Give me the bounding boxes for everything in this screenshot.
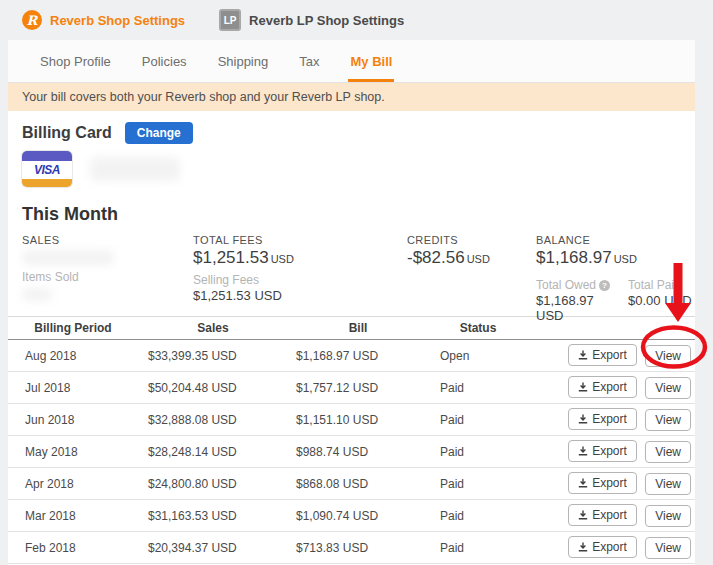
change-card-button[interactable]: Change <box>125 122 193 144</box>
cell-bill: $1,090.74 USD <box>288 500 428 532</box>
cell-bill: $1,151.10 USD <box>288 404 428 436</box>
view-button[interactable]: View <box>645 345 691 367</box>
export-button[interactable]: Export <box>568 440 637 462</box>
cell-sales: $28,248.14 USD <box>138 436 288 468</box>
view-button[interactable]: View <box>645 537 691 559</box>
download-icon <box>578 478 588 488</box>
view-button[interactable]: View <box>645 505 691 527</box>
settings-card: Shop Profile Policies Shipping Tax My Bi… <box>8 40 695 565</box>
total-fees-value: $1,251.53USD <box>193 248 294 268</box>
export-button[interactable]: Export <box>568 344 637 366</box>
export-button[interactable]: Export <box>568 376 637 398</box>
sales-label: SALES <box>22 234 114 246</box>
redacted-card-number <box>90 157 180 181</box>
download-icon <box>578 542 588 552</box>
view-button[interactable]: View <box>645 409 691 431</box>
cell-sales: $32,888.08 USD <box>138 404 288 436</box>
tab-policies[interactable]: Policies <box>140 40 189 82</box>
table-row: Aug 2018 $33,399.35 USD $1,168.97 USD Op… <box>8 340 695 372</box>
export-button[interactable]: Export <box>568 536 637 558</box>
view-button[interactable]: View <box>645 473 691 495</box>
bill-notice-text: Your bill covers both your Reverb shop a… <box>22 90 385 104</box>
export-button[interactable]: Export <box>568 408 637 430</box>
cell-billing-period: Aug 2018 <box>8 340 138 372</box>
cell-bill: $1,757.12 USD <box>288 372 428 404</box>
cell-billing-period: May 2018 <box>8 436 138 468</box>
visa-card-icon: VISA <box>22 151 72 187</box>
total-owed-label: Total Owed <box>536 278 596 292</box>
usd-suffix: USD <box>271 253 294 265</box>
total-paid-block: Total Paid $0.00 USD <box>628 273 706 323</box>
credits-metric: CREDITS -$82.56USD <box>407 234 490 268</box>
cell-actions: Export View <box>528 436 695 468</box>
table-row: Feb 2018 $20,394.37 USD $713.83 USD Paid… <box>8 532 695 564</box>
this-month-title: This Month <box>22 204 681 225</box>
download-icon <box>578 510 588 520</box>
lp-badge-icon: LP <box>219 9 241 31</box>
cell-billing-period: Mar 2018 <box>8 500 138 532</box>
tab-shipping[interactable]: Shipping <box>216 40 271 82</box>
balance-metric: BALANCE $1,168.97USD Total Owed? $1,168.… <box>536 234 706 323</box>
tab-my-bill[interactable]: My Bill <box>348 40 394 82</box>
cell-sales: $50,204.48 USD <box>138 372 288 404</box>
cell-actions: Export View <box>528 404 695 436</box>
cell-status: Paid <box>428 436 528 468</box>
cell-status: Paid <box>428 532 528 564</box>
reverb-shop-settings-link[interactable]: Reverb Shop Settings <box>50 13 185 28</box>
visa-card-top-band <box>22 151 72 161</box>
cell-status: Paid <box>428 372 528 404</box>
table-row: May 2018 $28,248.14 USD $988.74 USD Paid… <box>8 436 695 468</box>
balance-label: BALANCE <box>536 234 706 246</box>
usd-suffix: USD <box>614 253 637 265</box>
col-header-sales: Sales <box>138 317 288 340</box>
table-row: Mar 2018 $31,163.53 USD $1,090.74 USD Pa… <box>8 500 695 532</box>
redacted-sales-value <box>22 250 114 265</box>
balance-value: $1,168.97USD <box>536 248 706 268</box>
reverb-lp-shop-settings-link[interactable]: Reverb LP Shop Settings <box>249 13 404 28</box>
cell-bill: $868.08 USD <box>288 468 428 500</box>
credits-label: CREDITS <box>407 234 490 246</box>
download-icon <box>578 382 588 392</box>
cell-bill: $713.83 USD <box>288 532 428 564</box>
table-row: Jun 2018 $32,888.08 USD $1,151.10 USD Pa… <box>8 404 695 436</box>
month-metrics: SALES Items Sold TOTAL FEES $1,251.53USD… <box>22 234 681 306</box>
cell-actions: Export View <box>528 468 695 500</box>
download-icon <box>578 350 588 360</box>
cell-sales: $33,399.35 USD <box>138 340 288 372</box>
cell-actions: Export View <box>528 340 695 372</box>
view-button[interactable]: View <box>645 441 691 463</box>
col-header-bill: Bill <box>288 317 428 340</box>
billing-card-title: Billing Card <box>22 124 112 142</box>
help-icon[interactable]: ? <box>599 280 610 291</box>
top-header: R Reverb Shop Settings LP Reverb LP Shop… <box>0 0 713 40</box>
col-header-status: Status <box>428 317 528 340</box>
export-button[interactable]: Export <box>568 504 637 526</box>
credits-value: -$82.56USD <box>407 248 490 268</box>
tab-shop-profile[interactable]: Shop Profile <box>38 40 113 82</box>
cell-status: Paid <box>428 500 528 532</box>
view-button[interactable]: View <box>645 377 691 399</box>
total-fees-label: TOTAL FEES <box>193 234 294 246</box>
redacted-items-sold-value <box>22 288 52 301</box>
total-paid-label: Total Paid <box>628 278 706 292</box>
billing-card-section: Billing Card Change VISA <box>8 122 695 187</box>
cell-status: Open <box>428 340 528 372</box>
selling-fees-value: $1,251.53 USD <box>193 288 294 303</box>
cell-billing-period: Feb 2018 <box>8 532 138 564</box>
total-fees-metric: TOTAL FEES $1,251.53USD Selling Fees $1,… <box>193 234 294 303</box>
export-button[interactable]: Export <box>568 472 637 494</box>
cell-sales: $20,394.37 USD <box>138 532 288 564</box>
cell-sales: $24,800.80 USD <box>138 468 288 500</box>
usd-suffix: USD <box>467 253 490 265</box>
cell-sales: $31,163.53 USD <box>138 500 288 532</box>
table-row: Jul 2018 $50,204.48 USD $1,757.12 USD Pa… <box>8 372 695 404</box>
cell-bill: $1,168.97 USD <box>288 340 428 372</box>
tab-tax[interactable]: Tax <box>297 40 321 82</box>
reverb-billing-page: R Reverb Shop Settings LP Reverb LP Shop… <box>0 0 713 565</box>
items-sold-label: Items Sold <box>22 270 114 284</box>
billing-history-table: Billing Period Sales Bill Status Aug 201… <box>8 316 695 564</box>
cell-actions: Export View <box>528 532 695 564</box>
visa-card-brand: VISA <box>22 161 72 179</box>
selling-fees-label: Selling Fees <box>193 273 294 287</box>
cell-billing-period: Apr 2018 <box>8 468 138 500</box>
